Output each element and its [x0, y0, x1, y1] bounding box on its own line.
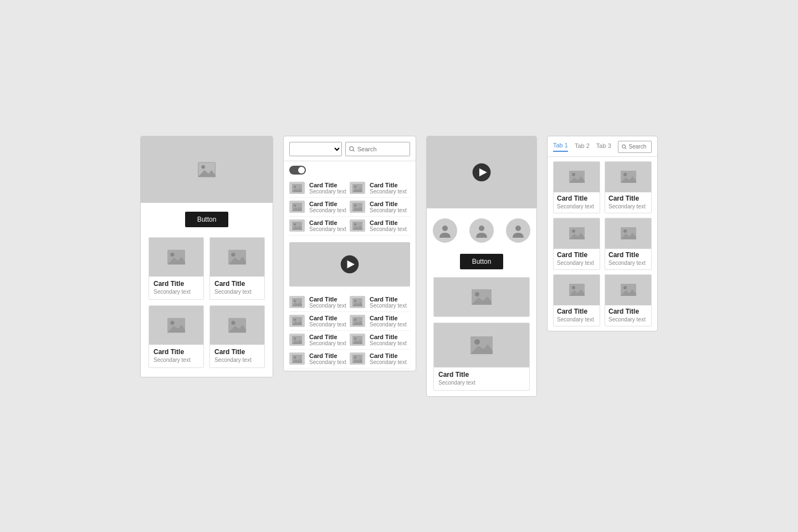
card-image-icon: [472, 289, 492, 305]
list-title: Card Title: [309, 334, 346, 340]
svg-point-42: [354, 300, 356, 302]
list-secondary: Secondary text: [370, 340, 407, 346]
card-info: Card Title Secondary text: [149, 277, 203, 299]
svg-point-11: [170, 321, 174, 325]
svg-point-91: [623, 286, 627, 289]
list-secondary: Secondary text: [370, 226, 407, 232]
list-image-icon: [292, 336, 302, 344]
card-thumbnail: [605, 275, 651, 305]
card-image-icon: [569, 227, 585, 239]
svg-point-28: [354, 204, 356, 207]
list-text: Card Title Secondary text: [309, 315, 346, 328]
list-section-1: Card Title Secondary text Card Title: [284, 177, 416, 238]
toolbar: [284, 136, 416, 161]
frame-3: Button Card Title Secondary: [426, 136, 537, 397]
card-info: Card Title Secondary text: [554, 305, 600, 326]
card-secondary-text: Secondary text: [214, 357, 260, 363]
list-secondary: Secondary text: [309, 340, 346, 346]
list-secondary: Secondary text: [309, 359, 346, 365]
avatar-2: [469, 218, 494, 243]
list-image-icon: [352, 203, 362, 211]
list-image-icon: [292, 222, 302, 230]
card-image-icon: [167, 249, 185, 265]
search-input[interactable]: [357, 146, 406, 152]
svg-point-82: [572, 229, 575, 233]
tab-2[interactable]: Tab 2: [575, 142, 590, 151]
search-bar[interactable]: [618, 141, 652, 153]
list-text: Card Title Secondary text: [370, 352, 407, 365]
card-info: Card Title Secondary text: [605, 192, 651, 213]
avatar-3: [506, 218, 530, 243]
list-image-icon: [352, 355, 362, 363]
list-thumbnail: [289, 219, 305, 232]
list-title: Card Title: [370, 296, 407, 303]
list-text: Card Title Secondary text: [370, 201, 407, 213]
toggle-row: [284, 161, 416, 177]
card-image-icon: [470, 336, 493, 354]
card-title: Card Title: [608, 308, 648, 315]
tab-1[interactable]: Tab 1: [553, 142, 568, 152]
svg-point-68: [475, 292, 479, 296]
card-image-icon: [621, 227, 636, 239]
svg-point-16: [350, 146, 354, 150]
svg-point-65: [479, 226, 484, 231]
card-item: Card Title Secondary text: [605, 161, 652, 213]
card-title: Card Title: [557, 195, 596, 202]
card-thumbnail: [434, 278, 529, 316]
person-icon: [438, 223, 452, 238]
list-item: Card Title Secondary text: [350, 198, 410, 217]
card-secondary-text: Secondary text: [557, 316, 596, 323]
svg-point-14: [231, 321, 235, 325]
card-thumbnail: [210, 238, 264, 277]
toggle-switch[interactable]: [289, 166, 306, 175]
frame-1: Button Card Title Secondary text: [140, 136, 273, 377]
person-icon: [474, 223, 489, 238]
tab-3[interactable]: Tab 3: [596, 142, 611, 151]
search-icon: [349, 146, 355, 152]
card-title: Card Title: [608, 251, 648, 259]
search-bar[interactable]: [345, 142, 410, 156]
card-thumbnail: [605, 162, 651, 192]
wireframes-container: Button Card Title Secondary text: [118, 114, 680, 419]
list-secondary: Secondary text: [309, 207, 346, 213]
list-thumbnail: [289, 315, 305, 327]
list-secondary: Secondary text: [309, 188, 346, 195]
list-thumbnail: [289, 201, 305, 213]
primary-button[interactable]: Button: [460, 254, 504, 269]
card-info: Card Title Secondary text: [210, 345, 264, 367]
svg-point-54: [354, 337, 356, 340]
list-text: Card Title Secondary text: [370, 219, 407, 232]
list-section-2: Card Title Secondary text Card Title: [284, 291, 416, 371]
list-text: Card Title Secondary text: [370, 296, 407, 309]
filter-select[interactable]: [289, 142, 342, 156]
list-item: Card Title Secondary text: [350, 312, 410, 331]
list-title: Card Title: [309, 315, 346, 321]
list-secondary: Secondary text: [370, 359, 407, 365]
hero-image: [141, 136, 273, 203]
card-title: Card Title: [154, 280, 199, 288]
search-input[interactable]: [629, 144, 648, 150]
svg-point-5: [170, 253, 174, 257]
card-thumbnail: [149, 306, 203, 345]
list-image-icon: [292, 298, 302, 306]
svg-point-60: [354, 356, 356, 359]
list-image-icon: [292, 355, 302, 363]
card-info: Card Title Secondary text: [554, 249, 600, 269]
primary-button[interactable]: Button: [185, 212, 229, 227]
list-item: Card Title Secondary text: [289, 293, 350, 312]
list-thumbnail: [350, 296, 365, 308]
list-thumbnail: [350, 182, 365, 194]
list-title: Card Title: [309, 182, 346, 188]
svg-line-17: [354, 150, 355, 151]
svg-point-39: [294, 300, 296, 302]
list-text: Card Title Secondary text: [309, 352, 346, 365]
card-title: Card Title: [214, 348, 260, 356]
list-secondary: Secondary text: [370, 321, 407, 328]
list-image-icon: [292, 317, 302, 325]
card-title: Card Title: [557, 308, 596, 315]
list-text: Card Title Secondary text: [370, 334, 407, 346]
svg-point-64: [442, 226, 448, 231]
card-item: Card Title Secondary text: [209, 237, 265, 300]
list-image-icon: [292, 203, 302, 211]
video-hero: [427, 136, 536, 208]
